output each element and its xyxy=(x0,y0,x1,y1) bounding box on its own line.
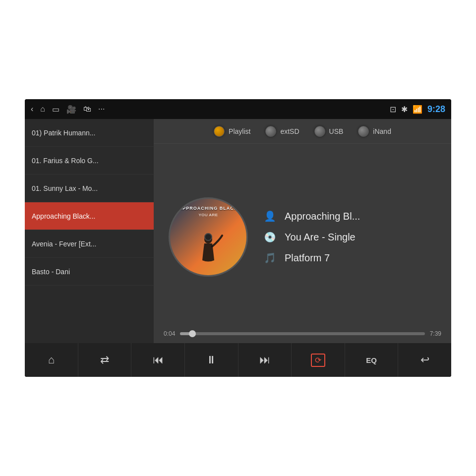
home-icon[interactable]: ⌂ xyxy=(40,105,45,114)
main-content: 01) Patrik Humann... 01. Farius & Rolo G… xyxy=(25,119,451,343)
shuffle-button[interactable]: ⇄ xyxy=(78,343,132,377)
source-tabs: Playlist extSD USB iNand xyxy=(154,119,451,144)
progress-bar-container: 0:04 7:39 xyxy=(164,330,441,337)
bag-icon[interactable]: 🛍 xyxy=(83,105,91,114)
source-usb[interactable]: USB xyxy=(314,126,344,137)
repeat-icon: ⟳ xyxy=(311,354,325,367)
status-bar-right: ⊡ ✱ 📶 9:28 xyxy=(390,104,445,115)
home-btn-icon: ⌂ xyxy=(48,354,55,366)
list-item-active[interactable]: Approaching Black... xyxy=(25,202,154,230)
shuffle-icon: ⇄ xyxy=(100,354,109,366)
source-label-usb: USB xyxy=(329,127,344,135)
back-icon[interactable]: ‹ xyxy=(31,105,33,114)
list-item[interactable]: Basto - Dani xyxy=(25,258,154,286)
pause-button[interactable]: ⏸ xyxy=(185,343,238,377)
source-dot-extsd xyxy=(265,126,276,137)
status-time: 9:28 xyxy=(427,104,445,115)
progress-bar[interactable] xyxy=(180,332,424,335)
list-item[interactable]: 01) Patrik Humann... xyxy=(25,119,154,147)
list-item[interactable]: Avenia - Fever [Ext... xyxy=(25,230,154,258)
album-icon: 💿 xyxy=(263,231,277,243)
eq-label: EQ xyxy=(366,356,377,364)
back-btn-icon: ↩ xyxy=(420,354,429,366)
camera-icon[interactable]: 🎥 xyxy=(66,105,76,114)
progress-section: 0:04 7:39 xyxy=(154,330,451,343)
artist-name: Approaching Bl... xyxy=(285,211,360,222)
playlist-panel: 01) Patrik Humann... 01. Farius & Rolo G… xyxy=(25,119,154,343)
track-info: 👤 Approaching Bl... 💿 You Are - Single 🎵… xyxy=(263,210,436,264)
list-item[interactable]: 01. Farius & Rolo G... xyxy=(25,147,154,175)
source-playlist[interactable]: Playlist xyxy=(214,126,250,137)
repeat-button[interactable]: ⟳ xyxy=(292,343,345,377)
album-art: APPROACHING BLACK YOU ARE xyxy=(169,197,248,277)
next-button[interactable]: ⏭ xyxy=(238,343,292,377)
player-panel: Playlist extSD USB iNand xyxy=(154,119,451,343)
bluetooth-icon: ✱ xyxy=(401,105,408,114)
source-dot-usb xyxy=(314,126,325,137)
wifi-icon: 📶 xyxy=(413,105,422,114)
genre-name: Platform 7 xyxy=(285,252,330,264)
prev-icon: ⏮ xyxy=(153,354,164,366)
now-playing: APPROACHING BLACK YOU ARE xyxy=(154,144,451,330)
more-icon[interactable]: ··· xyxy=(98,105,105,114)
artist-icon: 👤 xyxy=(263,210,277,222)
total-time: 7:39 xyxy=(430,330,441,337)
source-inand[interactable]: iNand xyxy=(358,126,391,137)
genre-row: 🎵 Platform 7 xyxy=(263,252,436,264)
cast-icon: ⊡ xyxy=(390,105,396,114)
status-bar: ‹ ⌂ ▭ 🎥 🛍 ··· ⊡ ✱ 📶 9:28 xyxy=(25,99,451,119)
next-icon: ⏭ xyxy=(259,354,270,366)
source-dot-inand xyxy=(358,126,369,137)
overview-icon[interactable]: ▭ xyxy=(52,105,60,114)
album-art-subtitle: YOU ARE xyxy=(170,213,246,217)
source-label-extsd: extSD xyxy=(280,127,299,135)
controls-bar: ⌂ ⇄ ⏮ ⏸ ⏭ ⟳ EQ ↩ xyxy=(25,343,451,377)
prev-button[interactable]: ⏮ xyxy=(131,343,185,377)
status-bar-left: ‹ ⌂ ▭ 🎥 🛍 ··· xyxy=(31,105,105,114)
back-button[interactable]: ↩ xyxy=(398,343,451,377)
artist-row: 👤 Approaching Bl... xyxy=(263,210,436,222)
pause-icon: ⏸ xyxy=(206,354,217,366)
music-icon: 🎵 xyxy=(263,252,277,264)
album-row: 💿 You Are - Single xyxy=(263,231,436,243)
list-item[interactable]: 01. Sunny Lax - Mo... xyxy=(25,175,154,202)
source-label-playlist: Playlist xyxy=(229,127,250,135)
source-dot-playlist xyxy=(214,126,225,137)
progress-thumb[interactable] xyxy=(189,330,196,337)
album-name: You Are - Single xyxy=(285,232,356,243)
album-art-title: APPROACHING BLACK xyxy=(170,206,246,211)
album-silhouette xyxy=(188,226,228,270)
album-center-dot xyxy=(204,233,212,241)
eq-button[interactable]: EQ xyxy=(345,343,399,377)
home-button[interactable]: ⌂ xyxy=(25,343,78,377)
source-label-inand: iNand xyxy=(373,127,391,135)
current-time: 0:04 xyxy=(164,330,175,337)
source-extsd[interactable]: extSD xyxy=(265,126,299,137)
